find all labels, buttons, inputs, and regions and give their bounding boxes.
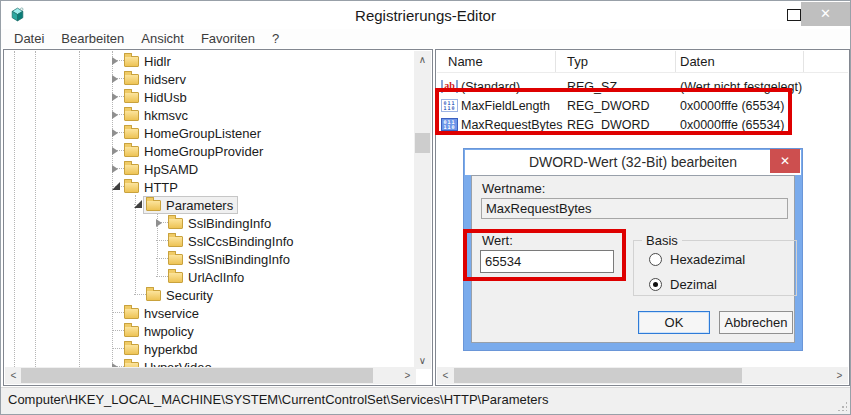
tree-item-hidlr[interactable]: Hidlr [5,52,415,70]
ok-button[interactable]: OK [638,311,710,334]
column-header-daten[interactable]: Daten [680,54,715,69]
tree-node-parameters[interactable]: Parameters [143,196,238,214]
scroll-left-icon[interactable]: < [5,367,22,384]
radio-hexadezimal[interactable] [649,253,662,266]
folder-icon [124,110,139,121]
tree-node-hidserv[interactable]: hidserv [121,70,191,88]
value-name-field [481,198,788,219]
tree-item-label: Security [166,288,213,303]
tree-item-parameters[interactable]: Parameters [5,196,415,214]
tree-node-security[interactable]: Security [143,286,218,304]
radio-dezimal[interactable] [649,278,662,291]
list-header: NameTypDaten [437,51,848,73]
maximize-button[interactable] [787,9,801,21]
menu-item-help[interactable]: ? [272,31,279,46]
tree-item-label: SslCcsBindingInfo [188,234,294,249]
scroll-right-icon[interactable]: > [399,367,416,384]
tree-item-urlaclinfo[interactable]: UrlAclInfo [5,268,415,286]
expand-collapsed-icon[interactable] [112,57,118,65]
scroll-right-icon[interactable]: > [831,367,848,384]
dialog-close-button[interactable]: ✕ [770,149,800,173]
cancel-button[interactable]: Abbrechen [719,311,793,334]
folder-icon [146,290,161,301]
registry-tree-panel: HidlrhidservHidUsbhkmsvcHomeGroupListene… [3,49,433,386]
tree-vertical-scrollbar[interactable]: ∧ ∨ [414,51,431,369]
folder-icon [168,218,183,229]
folder-icon [124,128,139,139]
folder-icon [168,236,183,247]
tree-node-hidlr[interactable]: Hidlr [121,52,176,70]
scroll-up-icon[interactable]: ∧ [414,51,431,68]
expand-collapsed-icon[interactable] [112,147,118,155]
tree-horizontal-scrollbar[interactable]: < > [5,367,416,384]
expand-collapsed-icon[interactable] [156,219,162,227]
tree-item-security[interactable]: Security [5,286,415,304]
tree-node-hyperkbd[interactable]: hyperkbd [121,340,202,358]
menu-item-ansicht[interactable]: Ansicht [141,31,184,46]
scroll-left-icon[interactable]: < [437,367,454,384]
tree-item-sslbindinginfo[interactable]: SslBindingInfo [5,214,415,232]
column-divider[interactable] [555,51,556,72]
tree-node-sslsnibindinginfo[interactable]: SslSniBindingInfo [165,250,295,268]
tree-node-http[interactable]: HTTP [121,178,183,196]
tree-node-hkmsvc[interactable]: hkmsvc [121,106,193,124]
titlebar: Registrierungs-Editor ✕ [1,1,850,29]
scroll-down-icon[interactable]: ∨ [414,352,431,369]
list-horizontal-scrollbar[interactable]: < > [437,367,848,384]
folder-icon [168,272,183,283]
menu-item-bearbeiten[interactable]: Bearbeiten [61,31,124,46]
tree-node-hpsamd[interactable]: HpSAMD [121,160,203,178]
tree-item-http[interactable]: HTTP [5,178,415,196]
minimize-button[interactable] [746,3,774,26]
tree-node-hvservice[interactable]: hvservice [121,304,204,322]
tree-item-homegroupprovider[interactable]: HomeGroupProvider [5,142,415,160]
column-header-typ[interactable]: Typ [567,54,588,69]
tree-node-sslbindinginfo[interactable]: SslBindingInfo [165,214,276,232]
tree-node-hwpolicy[interactable]: hwpolicy [121,322,199,340]
tree-node-hidusb[interactable]: HidUsb [121,88,192,106]
tree-item-hyperkbd[interactable]: hyperkbd [5,340,415,358]
tree-node-homegroupprovider[interactable]: HomeGroupProvider [121,142,268,160]
window-title: Registrierungs-Editor [1,7,850,24]
menu-item-favoriten[interactable]: Favoriten [201,31,255,46]
expand-collapsed-icon[interactable] [112,93,118,101]
column-header-name[interactable]: Name [448,54,483,69]
expand-expanded-icon[interactable] [134,200,142,208]
tree-item-label: SslBindingInfo [188,216,271,231]
tree-hscroll-thumb[interactable] [21,368,373,383]
column-divider[interactable] [675,51,676,72]
expand-collapsed-icon[interactable] [112,75,118,83]
folder-icon [146,200,161,211]
tree-item-hidusb[interactable]: HidUsb [5,88,415,106]
tree-item-hidserv[interactable]: hidserv [5,70,415,88]
expand-collapsed-icon[interactable] [112,129,118,137]
tree-item-sslsnibindinginfo[interactable]: SslSniBindingInfo [5,250,415,268]
tree-item-label: hidserv [144,72,186,87]
tree-item-hvservice[interactable]: hvservice [5,304,415,322]
column-divider[interactable] [803,51,804,72]
folder-icon [124,344,139,355]
close-button[interactable]: ✕ [801,2,850,26]
menu-item-datei[interactable]: Datei [14,31,44,46]
tree-item-hpsamd[interactable]: HpSAMD [5,160,415,178]
expand-collapsed-icon[interactable] [112,111,118,119]
tree-item-sslccsbindinginfo[interactable]: SslCcsBindingInfo [5,232,415,250]
expand-collapsed-icon[interactable] [112,165,118,173]
list-hscroll-thumb[interactable] [454,368,742,383]
tree-node-urlaclinfo[interactable]: UrlAclInfo [165,268,249,286]
tree-vscroll-thumb[interactable] [415,133,430,153]
radio-label-dezimal[interactable]: Dezimal [670,277,717,292]
selected-key-path: Computer\HKEY_LOCAL_MACHINE\SYSTEM\Curre… [8,392,548,407]
tree-item-homegrouplistener[interactable]: HomeGroupListener [5,124,415,142]
tree-node-homegrouplistener[interactable]: HomeGroupListener [121,124,266,142]
tree-item-hwpolicy[interactable]: hwpolicy [5,322,415,340]
resize-grip-icon[interactable] [837,401,847,411]
value-name-label: Wertname: [482,181,545,196]
tree-item-label: hvservice [144,306,199,321]
tree-node-sslccsbindinginfo[interactable]: SslCcsBindingInfo [165,232,299,250]
tree-item-hkmsvc[interactable]: hkmsvc [5,106,415,124]
expand-expanded-icon[interactable] [112,182,120,190]
folder-icon [124,182,139,193]
radio-label-hexadezimal[interactable]: Hexadezimal [670,252,745,267]
tree-item-label: HomeGroupProvider [144,144,263,159]
